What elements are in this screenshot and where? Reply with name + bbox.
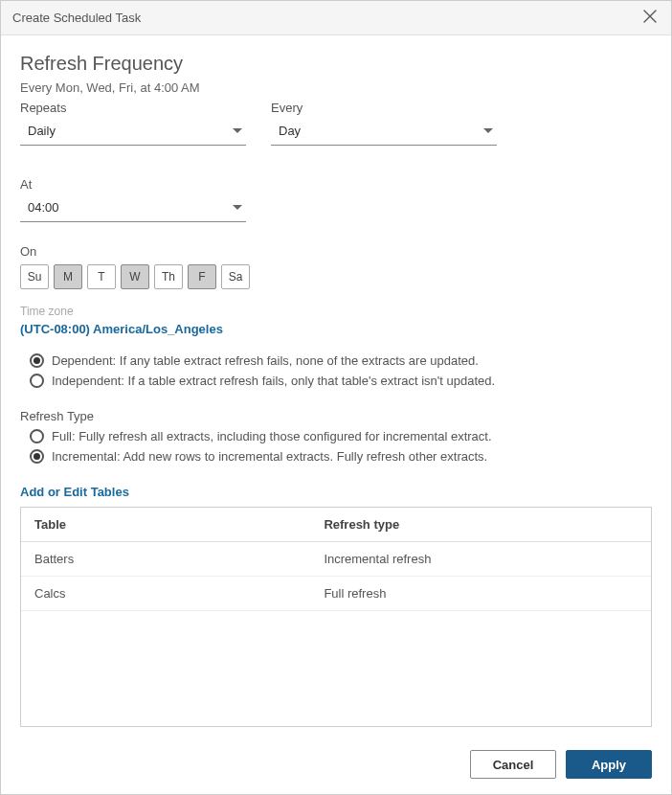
radio-icon [30,449,44,464]
every-label: Every [271,101,497,115]
chevron-down-icon [233,128,242,133]
timezone-label: Time zone [20,305,652,318]
radio-label: Full: Fully refresh all extracts, includ… [52,429,492,443]
at-select[interactable]: 04:00 [20,193,246,222]
table-cell-refresh-type: Full refresh [324,586,638,601]
radio-icon [30,429,44,443]
schedule-summary: Every Mon, Wed, Fri, at 4:00 AM [20,80,652,95]
repeats-select[interactable]: Daily [20,117,246,146]
day-toggle-f[interactable]: F [188,264,216,289]
timezone-link[interactable]: (UTC-08:00) America/Los_Angeles [20,322,652,336]
cancel-button[interactable]: Cancel [470,750,556,779]
table-cell-name: Batters [34,552,324,566]
refresh-type-radio-0[interactable]: Full: Fully refresh all extracts, includ… [30,429,652,443]
refresh-type-radio-1[interactable]: Incremental: Add new rows to incremental… [30,449,652,464]
heading-refresh-frequency: Refresh Frequency [20,53,652,75]
add-or-edit-tables-link[interactable]: Add or Edit Tables [20,485,652,499]
day-toggle-m[interactable]: M [54,264,82,289]
at-label: At [20,177,246,192]
days-of-week-group: SuMTWThFSa [20,264,652,289]
every-value: Day [279,124,301,138]
apply-button[interactable]: Apply [566,750,652,779]
dependency-radio-0[interactable]: Dependent: If any table extract refresh … [30,353,652,368]
at-field: At 04:00 [20,177,246,222]
radio-label: Independent: If a table extract refresh … [52,374,495,388]
table-header-row: Table Refresh type [21,508,651,542]
dialog-titlebar: Create Scheduled Task [1,1,671,35]
day-toggle-su[interactable]: Su [20,264,49,289]
radio-label: Dependent: If any table extract refresh … [52,353,479,368]
chevron-down-icon [233,205,242,210]
dialog-body: Refresh Frequency Every Mon, Wed, Fri, a… [1,35,671,738]
repeats-label: Repeats [20,101,246,115]
table-row[interactable]: BattersIncremental refresh [21,542,651,577]
refresh-type-label: Refresh Type [20,409,652,423]
table-cell-name: Calcs [34,586,324,601]
tables-list: Table Refresh type BattersIncremental re… [20,507,652,727]
radio-icon [30,374,44,388]
radio-icon [30,353,44,368]
day-toggle-t[interactable]: T [87,264,116,289]
table-row[interactable]: CalcsFull refresh [21,577,651,611]
dialog-title: Create Scheduled Task [12,11,141,25]
day-toggle-w[interactable]: W [121,264,149,289]
create-scheduled-task-dialog: Create Scheduled Task Refresh Frequency … [0,0,672,795]
dependency-radio-1[interactable]: Independent: If a table extract refresh … [30,374,652,388]
dependency-radio-group: Dependent: If any table extract refresh … [30,353,652,394]
table-header-refresh-type: Refresh type [324,517,638,532]
chevron-down-icon [483,128,493,133]
close-icon[interactable] [640,8,660,28]
on-label: On [20,244,652,259]
table-cell-refresh-type: Incremental refresh [324,552,638,566]
repeats-field: Repeats Daily [20,101,246,146]
radio-label: Incremental: Add new rows to incremental… [52,449,487,464]
day-toggle-th[interactable]: Th [154,264,183,289]
day-toggle-sa[interactable]: Sa [221,264,250,289]
refresh-type-radio-group: Full: Fully refresh all extracts, includ… [30,429,652,469]
at-value: 04:00 [28,200,59,215]
every-field: Every Day [271,101,497,146]
dialog-footer: Cancel Apply [1,738,671,794]
every-select[interactable]: Day [271,117,497,146]
repeats-value: Daily [28,124,56,138]
table-header-table: Table [34,517,324,532]
